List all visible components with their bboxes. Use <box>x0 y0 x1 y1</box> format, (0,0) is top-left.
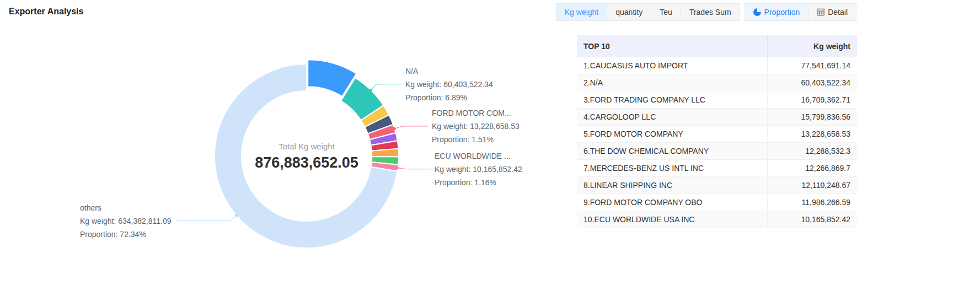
callout-leader-line <box>398 168 431 169</box>
exporter-name-cell: 9.FORD MOTOR COMPANY OBO <box>577 198 767 207</box>
table-row[interactable]: 7.MERCEDES-BENZ US INTL INC 12,266,869.7 <box>577 160 857 177</box>
callout-kg-weight: Kg weight: 10,165,852.42 <box>435 163 522 176</box>
callout-name: others <box>80 201 172 214</box>
exporter-name-cell: 2.N/A <box>577 78 767 87</box>
metric-tab-group: Kg weight quantity Teu Trades Sum <box>556 3 740 21</box>
kg-weight-cell: 12,288,532.3 <box>767 143 857 160</box>
exporter-name-cell: 10.ECU WORLDWIDE USA INC <box>577 215 767 224</box>
kg-weight-cell: 12,266,869.7 <box>767 160 857 177</box>
tab-trades-sum[interactable]: Trades Sum <box>681 3 740 21</box>
callout-name: N/A <box>405 64 493 78</box>
exporter-name-cell: 6.THE DOW CHEMICAL COMPANY <box>577 147 767 155</box>
header-tabs: Kg weight quantity Teu Trades Sum Propor… <box>556 3 856 21</box>
chart-panel: Total Kg weight 876,883,652.05 N/A Kg we… <box>0 24 574 285</box>
exporter-name-cell: 5.FORD MOTOR COMPANY <box>577 130 767 138</box>
callout-na: N/A Kg weight: 60,403,522.34 Proportion:… <box>405 64 493 104</box>
tab-proportion-label: Proportion <box>764 4 800 20</box>
table-row[interactable]: 3.FORD TRADING COMPANY LLC 16,709,362.71 <box>577 92 857 109</box>
kg-weight-cell: 11,986,266.59 <box>767 194 857 211</box>
callout-dot <box>393 127 396 130</box>
table-row[interactable]: 4.CARGOLOOP LLC 15,799,836.56 <box>577 109 857 126</box>
callout-dot <box>397 166 399 169</box>
callout-ecu-worldwide: ECU WORLDWIDE ... Kg weight: 10,165,852.… <box>435 149 522 189</box>
table-row[interactable]: 6.THE DOW CHEMICAL COMPANY 12,288,532.3 <box>577 143 857 160</box>
table-body: 1.CAUCASUS AUTO IMPORT 77,541,691.14 2.N… <box>577 57 857 228</box>
kg-weight-cell: 13,228,658.53 <box>767 126 857 143</box>
callout-dot <box>235 214 238 217</box>
callout-others: others Kg weight: 634,382,811.09 Proport… <box>80 201 172 241</box>
callout-proportion: Proportion: 6.89% <box>405 91 493 104</box>
exporter-name-cell: 7.MERCEDES-BENZ US INTL INC <box>577 164 767 173</box>
kg-weight-cell: 60,403,522.34 <box>767 74 857 92</box>
callout-leader-line <box>394 126 428 128</box>
exporter-name-cell: 4.CARGOLOOP LLC <box>577 112 767 121</box>
callout-kg-weight: Kg weight: 60,403,522.34 <box>405 78 493 91</box>
table-row[interactable]: 10.ECU WORLDWIDE USA INC 10,165,852.42 <box>577 211 857 228</box>
callout-proportion: Proportion: 1.16% <box>435 176 522 189</box>
header-bar: Exporter Analysis Kg weight quantity Teu… <box>0 0 980 24</box>
callout-leader-line <box>176 216 237 221</box>
kg-weight-cell: 12,110,248.67 <box>767 177 857 194</box>
kg-weight-cell: 77,541,691.14 <box>767 57 857 74</box>
callout-name: FORD MOTOR COM... <box>432 106 520 120</box>
exporter-name-cell: 3.FORD TRADING COMPANY LLC <box>577 95 767 104</box>
kg-weight-cell: 16,709,362.71 <box>767 92 857 109</box>
kg-weight-cell: 15,799,836.56 <box>767 109 857 126</box>
table-icon <box>817 8 824 16</box>
callout-leader-line <box>371 84 402 90</box>
column-header-kg-weight: Kg weight <box>767 35 857 57</box>
table-header-row: TOP 10 Kg weight <box>577 35 857 57</box>
table-row[interactable]: 2.N/A 60,403,522.34 <box>577 74 857 92</box>
tab-quantity[interactable]: quantity <box>607 3 651 21</box>
exporter-name-cell: 8.LINEAR SHIPPING INC <box>577 181 767 190</box>
table-row[interactable]: 8.LINEAR SHIPPING INC 12,110,248.67 <box>577 177 857 194</box>
top10-table: TOP 10 Kg weight 1.CAUCASUS AUTO IMPORT … <box>577 35 857 228</box>
column-header-top10: TOP 10 <box>577 42 767 51</box>
view-tab-group: Proportion Detail <box>745 3 856 21</box>
tab-proportion[interactable]: Proportion <box>745 3 809 21</box>
tab-teu[interactable]: Teu <box>651 3 681 21</box>
page-title: Exporter Analysis <box>9 7 83 17</box>
tab-detail[interactable]: Detail <box>808 3 856 21</box>
exporter-name-cell: 1.CAUCASUS AUTO IMPORT <box>577 61 767 70</box>
tab-kg-weight[interactable]: Kg weight <box>556 3 607 21</box>
callout-ford-motor: FORD MOTOR COM... Kg weight: 13,228,658.… <box>432 106 520 146</box>
callout-kg-weight: Kg weight: 13,228,658.53 <box>432 120 520 133</box>
callout-proportion: Proportion: 72.34% <box>80 228 172 241</box>
tab-detail-label: Detail <box>828 4 848 20</box>
table-row[interactable]: 9.FORD MOTOR COMPANY OBO 11,986,266.59 <box>577 194 857 211</box>
pie-chart-icon <box>753 8 761 16</box>
callout-proportion: Proportion: 1.51% <box>432 133 520 146</box>
kg-weight-cell: 10,165,852.42 <box>767 211 857 228</box>
table-row[interactable]: 5.FORD MOTOR COMPANY 13,228,658.53 <box>577 126 857 143</box>
callout-name: ECU WORLDWIDE ... <box>435 149 522 163</box>
callout-dot <box>369 89 372 92</box>
table-row[interactable]: 1.CAUCASUS AUTO IMPORT 77,541,691.14 <box>577 57 857 74</box>
callout-kg-weight: Kg weight: 634,382,811.09 <box>80 214 172 228</box>
